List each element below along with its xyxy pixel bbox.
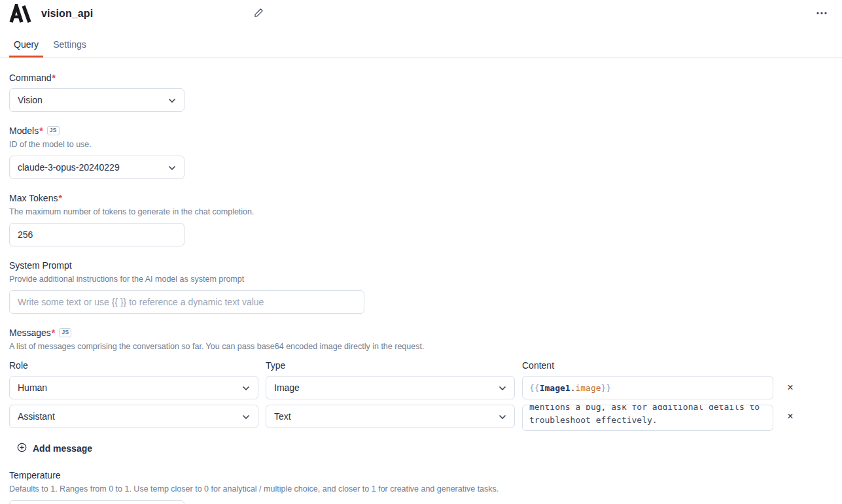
chevron-down-icon: [168, 162, 176, 173]
command-label: Command*: [9, 73, 56, 83]
js-toggle-badge[interactable]: JS: [59, 328, 71, 337]
required-asterisk: *: [58, 193, 61, 203]
temperature-helper-text: Defaults to 1. Ranges from 0 to 1. Use t…: [9, 484, 833, 494]
chevron-down-icon: [242, 411, 250, 422]
app-header: vision_api: [0, 0, 842, 26]
js-toggle-badge[interactable]: JS: [47, 126, 60, 135]
messages-field-group: Messages* JS A list of messages comprisi…: [9, 328, 833, 454]
message-type-value: Text: [274, 411, 291, 422]
query-form: Command* Vision Models* JS ID of the mod…: [0, 58, 842, 504]
remove-message-button[interactable]: ×: [781, 376, 800, 399]
messages-label: Messages*: [9, 328, 55, 338]
models-field-group: Models* JS ID of the model to use. claud…: [9, 126, 833, 179]
models-helper-text: ID of the model to use.: [9, 140, 833, 149]
tab-query[interactable]: Query: [9, 35, 43, 57]
command-field-group: Command* Vision: [9, 73, 833, 112]
content-column-header: Content: [522, 360, 773, 371]
chevron-down-icon: [242, 382, 250, 393]
models-select[interactable]: claude-3-opus-20240229: [9, 156, 184, 179]
pencil-icon: [254, 8, 264, 20]
tab-settings[interactable]: Settings: [48, 35, 91, 57]
chevron-down-icon: [168, 95, 176, 105]
command-select-value: Vision: [18, 95, 43, 105]
plus-circle-icon: [17, 443, 27, 454]
type-column-header: Type: [266, 360, 515, 371]
messages-table: Role Type Content Human Image {{Image1.i…: [9, 360, 833, 431]
code-token: .: [570, 383, 576, 393]
code-token: }}: [601, 383, 612, 393]
system-prompt-helper-text: Provide additional instructions for the …: [9, 275, 833, 284]
system-prompt-input[interactable]: [9, 290, 364, 314]
required-asterisk: *: [52, 73, 56, 83]
message-role-value: Human: [18, 382, 47, 393]
edit-title-button[interactable]: [253, 7, 265, 21]
command-select[interactable]: Vision: [9, 88, 184, 112]
message-content-input[interactable]: mentions a bug, ask for additional detai…: [522, 405, 773, 431]
chevron-down-icon: [499, 382, 506, 393]
max-tokens-input[interactable]: [9, 223, 184, 246]
required-asterisk: *: [39, 126, 43, 136]
messages-helper-text: A list of messages comprising the conver…: [9, 342, 833, 351]
message-type-value: Image: [274, 382, 300, 393]
system-prompt-field-group: System Prompt Provide additional instruc…: [9, 260, 833, 314]
overflow-menu-button[interactable]: [813, 6, 830, 22]
message-content-text: mentions a bug, ask for additional detai…: [529, 405, 766, 427]
temperature-field-group: Temperature Defaults to 1. Ranges from 0…: [9, 470, 833, 504]
page-title: vision_api: [41, 8, 93, 20]
add-message-button[interactable]: Add message: [17, 443, 92, 454]
tab-bar: Query Settings: [0, 35, 842, 58]
required-asterisk: *: [52, 328, 55, 338]
message-type-select[interactable]: Image: [266, 376, 515, 399]
message-type-select[interactable]: Text: [266, 405, 515, 428]
max-tokens-label: Max Tokens*: [9, 193, 62, 203]
temperature-label: Temperature: [9, 470, 61, 480]
message-role-select[interactable]: Human: [9, 376, 258, 399]
remove-message-button[interactable]: ×: [781, 405, 800, 428]
models-select-value: claude-3-opus-20240229: [18, 162, 120, 173]
code-token: Image1: [540, 383, 570, 393]
anthropic-logo-icon: [9, 4, 31, 24]
message-role-value: Assistant: [18, 411, 55, 422]
system-prompt-label: System Prompt: [9, 260, 72, 271]
temperature-input[interactable]: [9, 500, 184, 504]
code-token: {{: [529, 383, 540, 393]
role-column-header: Role: [9, 360, 258, 371]
message-content-input[interactable]: {{Image1.image}}: [522, 376, 773, 399]
chevron-down-icon: [499, 411, 506, 422]
message-role-select[interactable]: Assistant: [9, 405, 258, 428]
max-tokens-helper-text: The maximum number of tokens to generate…: [9, 207, 833, 216]
add-message-label: Add message: [33, 443, 92, 454]
max-tokens-field-group: Max Tokens* The maximum number of tokens…: [9, 193, 833, 246]
code-token: image: [575, 383, 601, 393]
ellipsis-icon: [816, 7, 828, 21]
models-label: Models*: [9, 126, 43, 136]
